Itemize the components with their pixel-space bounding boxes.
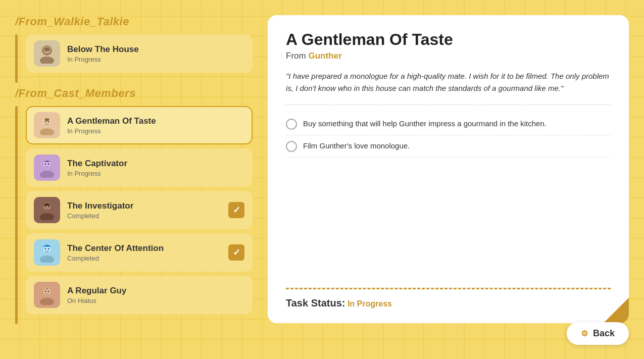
- quest-status-below-the-house: In Progress: [67, 56, 244, 63]
- svg-point-21: [45, 248, 46, 250]
- task-status-label: Task Status:: [286, 297, 345, 309]
- svg-point-11: [45, 164, 46, 165]
- task-text-2: Film Gunther's love monologue.: [303, 140, 410, 152]
- cast-members-section: /From_Cast_Members: [15, 87, 253, 324]
- quest-info-center: The Center Of Attention Completed: [67, 243, 224, 262]
- detail-from: From Gunther: [286, 51, 611, 61]
- task-status-value: In Progress: [348, 299, 392, 308]
- task-item-1: Buy something that will help Gunther imp…: [286, 113, 611, 135]
- quest-status-gentleman: In Progress: [67, 127, 244, 135]
- avatar-below-the-house: [34, 40, 60, 67]
- svg-point-1: [40, 57, 54, 64]
- quest-info-regular: A Regular Guy On Hiatus: [67, 286, 244, 304]
- svg-point-16: [45, 206, 46, 208]
- quest-item-regular[interactable]: A Regular Guy On Hiatus: [26, 276, 253, 314]
- walkie-talkie-list-container: Below The House In Progress: [15, 34, 253, 83]
- quest-status-center: Completed: [67, 254, 224, 262]
- left-panel: /From_Walkie_Talkie: [15, 10, 253, 349]
- status-section: Task Status: In Progress: [286, 288, 611, 309]
- svg-point-14: [40, 213, 54, 220]
- svg-point-9: [40, 171, 54, 178]
- right-panel: A Gentleman Of Taste From Gunther "I hav…: [268, 15, 629, 349]
- svg-point-12: [48, 164, 49, 165]
- detail-quote: "I have prepared a monologue for a high-…: [286, 70, 611, 94]
- vertical-divider-cast: [15, 106, 18, 324]
- svg-point-26: [45, 291, 46, 292]
- back-icon: ⚙: [581, 329, 588, 338]
- svg-point-17: [48, 206, 49, 208]
- quest-item-captivator[interactable]: The Captivator In Progress: [26, 148, 253, 187]
- avatar-gentleman: [34, 112, 60, 138]
- svg-point-7: [48, 121, 49, 123]
- quest-item-investigator[interactable]: The Investigator Completed ✓: [26, 191, 253, 229]
- svg-point-6: [45, 121, 46, 123]
- quest-item-below-the-house[interactable]: Below The House In Progress: [26, 34, 253, 73]
- avatar-regular: [34, 282, 60, 308]
- tasks-section: Buy something that will help Gunther imp…: [286, 105, 611, 200]
- quest-status-regular: On Hiatus: [67, 297, 244, 304]
- svg-point-4: [40, 128, 54, 135]
- avatar-captivator: [34, 155, 60, 181]
- quest-info-investigator: The Investigator Completed: [67, 201, 224, 220]
- task-item-2: Film Gunther's love monologue.: [286, 135, 611, 158]
- from-label: From: [286, 51, 306, 61]
- svg-point-22: [48, 248, 49, 250]
- quest-item-gentleman[interactable]: A Gentleman Of Taste In Progress: [26, 106, 253, 144]
- svg-point-27: [48, 291, 49, 292]
- walkie-talkie-quests: Below The House In Progress: [26, 34, 253, 83]
- corner-fold: [604, 298, 629, 323]
- quest-name-below-the-house: Below The House: [67, 44, 244, 55]
- avatar-center: [34, 239, 60, 266]
- walkie-talkie-section: /From_Walkie_Talkie: [15, 15, 253, 83]
- completed-badge-investigator: ✓: [228, 202, 244, 218]
- quest-name-center: The Center Of Attention: [67, 243, 224, 253]
- vertical-divider: [15, 34, 18, 83]
- quest-status-captivator: In Progress: [67, 170, 244, 177]
- walkie-talkie-quest-list: Below The House In Progress: [26, 34, 253, 73]
- walkie-talkie-header: /From_Walkie_Talkie: [15, 15, 253, 28]
- main-container: /From_Walkie_Talkie: [0, 0, 644, 359]
- svg-point-19: [40, 255, 54, 263]
- from-name: Gunther: [308, 51, 341, 61]
- quest-info-captivator: The Captivator In Progress: [67, 159, 244, 177]
- cast-members-list-container: A Gentleman Of Taste In Progress: [15, 106, 253, 324]
- cast-members-header: /From_Cast_Members: [15, 87, 253, 100]
- quest-name-gentleman: A Gentleman Of Taste: [67, 116, 244, 126]
- quest-name-investigator: The Investigator: [67, 201, 224, 211]
- completed-badge-center: ✓: [228, 244, 244, 261]
- task-text-1: Buy something that will help Gunther imp…: [303, 118, 547, 130]
- quest-info-gentleman: A Gentleman Of Taste In Progress: [67, 116, 244, 135]
- task-checkbox-1[interactable]: [286, 119, 297, 130]
- detail-title: A Gentleman Of Taste: [286, 30, 611, 49]
- quest-item-center[interactable]: The Center Of Attention Completed ✓: [26, 233, 253, 272]
- quest-name-regular: A Regular Guy: [67, 286, 244, 296]
- back-label: Back: [593, 328, 615, 339]
- detail-card: A Gentleman Of Taste From Gunther "I hav…: [268, 15, 629, 323]
- back-button[interactable]: ⚙ Back: [567, 322, 629, 345]
- svg-point-24: [40, 298, 54, 305]
- quest-name-captivator: The Captivator: [67, 159, 244, 169]
- quest-status-investigator: Completed: [67, 212, 224, 220]
- cast-quest-list: A Gentleman Of Taste In Progress: [26, 106, 253, 314]
- cast-members-quests: A Gentleman Of Taste In Progress: [26, 106, 253, 324]
- task-checkbox-2[interactable]: [286, 141, 297, 152]
- avatar-investigator: [34, 197, 60, 223]
- quest-info-below-the-house: Below The House In Progress: [67, 44, 244, 63]
